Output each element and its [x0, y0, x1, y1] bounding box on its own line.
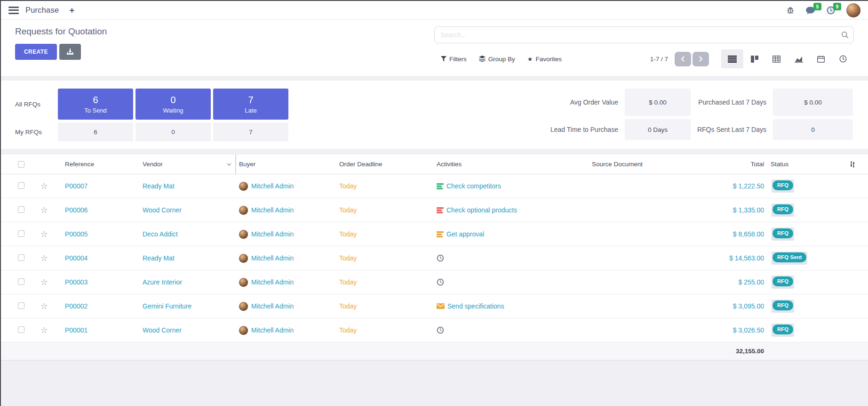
list-view-button[interactable] [721, 49, 743, 68]
debug-bug-icon[interactable] [787, 6, 794, 14]
group-by-button[interactable]: Group By [479, 56, 515, 63]
kanban-view-button[interactable] [743, 49, 765, 68]
tile-late[interactable]: 7 Late [213, 89, 288, 120]
favorite-star-icon[interactable]: ☆ [40, 278, 48, 286]
reference-link[interactable]: P00006 [65, 206, 88, 214]
vendor-link[interactable]: Wood Corner [143, 206, 182, 214]
buyer-link[interactable]: Mitchell Admin [251, 254, 294, 262]
to-send-count: 6 [93, 95, 98, 106]
table-row[interactable]: ☆ P00001 Wood Corner Mitchell Admin Toda… [1, 318, 868, 342]
column-header-total[interactable]: Total [685, 161, 768, 168]
favorites-button[interactable]: ★ Favorites [527, 56, 562, 63]
pivot-view-button[interactable] [765, 49, 788, 68]
add-tab-button[interactable]: + [69, 6, 74, 15]
vendor-link[interactable]: Deco Addict [143, 230, 178, 238]
activity-label[interactable]: Check optional products [446, 206, 517, 214]
my-rfqs-label: My RFQs [15, 129, 56, 136]
filters-button[interactable]: Filters [441, 56, 467, 63]
status-badge: RFQ [772, 276, 793, 286]
reference-link[interactable]: P00007 [65, 182, 88, 190]
table-row[interactable]: ☆ P00002 Gemini Furniture Mitchell Admin… [1, 294, 868, 318]
status-badge: RFQ [772, 300, 793, 310]
status-badge-wrap: RFQ [772, 203, 794, 216]
buyer-link[interactable]: Mitchell Admin [251, 206, 294, 214]
create-button[interactable]: CREATE [15, 44, 57, 60]
favorite-star-icon[interactable]: ☆ [40, 302, 48, 310]
row-checkbox[interactable] [18, 206, 24, 213]
buyer-link[interactable]: Mitchell Admin [251, 302, 294, 310]
optional-columns-button[interactable] [834, 161, 868, 168]
tasks-green-icon[interactable] [437, 183, 444, 189]
favorite-star-icon[interactable]: ☆ [40, 230, 48, 238]
column-header-status[interactable]: Status [768, 161, 834, 168]
favorite-star-icon[interactable]: ☆ [40, 326, 48, 334]
reference-link[interactable]: P00005 [65, 230, 88, 238]
table-row[interactable]: ☆ P00005 Deco Addict Mitchell Admin Toda… [1, 222, 868, 246]
favorite-star-icon[interactable]: ☆ [40, 254, 48, 262]
search-input[interactable] [434, 26, 854, 43]
order-deadline: Today [336, 302, 434, 310]
activity-label[interactable]: Check competitors [446, 182, 501, 190]
column-header-activities[interactable]: Activities [434, 161, 589, 168]
vendor-link[interactable]: Wood Corner [143, 326, 182, 334]
pager-previous-button[interactable] [675, 52, 691, 66]
vendor-link[interactable]: Ready Mat [143, 254, 175, 262]
buyer-link[interactable]: Mitchell Admin [251, 182, 294, 190]
column-header-source-document[interactable]: Source Document [589, 161, 685, 168]
favorite-star-icon[interactable]: ☆ [40, 182, 48, 190]
vendor-link[interactable]: Gemini Furniture [143, 302, 191, 310]
reference-link[interactable]: P00003 [65, 278, 88, 286]
activity-label[interactable]: Send specifications [447, 302, 504, 310]
activity-view-button[interactable] [832, 49, 854, 68]
table-row[interactable]: ☆ P00006 Wood Corner Mitchell Admin Toda… [1, 198, 868, 222]
tile-waiting[interactable]: 0 Waiting [135, 89, 211, 120]
favorite-star-icon[interactable]: ☆ [40, 206, 48, 214]
clock-icon[interactable] [437, 326, 444, 334]
messages-button[interactable]: 5 [805, 6, 815, 15]
table-row[interactable]: ☆ P00004 Ready Mat Mitchell Admin Today … [1, 246, 868, 270]
row-checkbox[interactable] [18, 302, 24, 309]
buyer-link[interactable]: Mitchell Admin [251, 278, 294, 286]
clock-icon[interactable] [437, 254, 444, 262]
reference-link[interactable]: P00002 [65, 302, 88, 310]
tasks-red-icon[interactable] [437, 207, 444, 213]
pager-next-button[interactable] [693, 52, 709, 66]
table-row[interactable]: ☆ P00003 Azure Interior Mitchell Admin T… [1, 270, 868, 294]
search-icon[interactable] [841, 31, 849, 41]
reference-link[interactable]: P00001 [65, 326, 88, 334]
row-checkbox[interactable] [18, 182, 24, 189]
export-button[interactable] [59, 44, 81, 60]
app-title[interactable]: Purchase [25, 6, 59, 15]
activity-label[interactable]: Get approval [446, 230, 484, 238]
column-header-vendor[interactable]: Vendor [140, 154, 236, 174]
table-row[interactable]: ☆ P00007 Ready Mat Mitchell Admin Today … [1, 174, 868, 198]
row-checkbox[interactable] [18, 254, 24, 261]
order-deadline: Today [336, 230, 434, 238]
row-checkbox[interactable] [18, 326, 24, 333]
envelope-icon[interactable] [437, 303, 445, 309]
tasks-yellow-icon[interactable] [437, 231, 444, 237]
top-navbar: Purchase + 5 9 [1, 1, 868, 20]
row-checkbox[interactable] [18, 230, 24, 237]
graph-view-button[interactable] [788, 49, 810, 68]
my-waiting-count[interactable]: 0 [135, 122, 211, 141]
row-checkbox[interactable] [18, 278, 24, 285]
tile-to-send[interactable]: 6 To Send [58, 89, 133, 120]
column-header-order-deadline[interactable]: Order Deadline [336, 161, 434, 168]
reference-link[interactable]: P00004 [65, 254, 88, 262]
activities-button[interactable]: 9 [827, 6, 835, 15]
my-to-send-count[interactable]: 6 [58, 122, 133, 141]
buyer-link[interactable]: Mitchell Admin [251, 230, 294, 238]
vendor-link[interactable]: Azure Interior [143, 278, 182, 286]
user-menu-button[interactable] [846, 3, 860, 17]
vendor-link[interactable]: Ready Mat [143, 182, 175, 190]
apps-menu-icon[interactable] [8, 7, 19, 14]
my-late-count[interactable]: 7 [213, 122, 288, 141]
calendar-view-button[interactable] [810, 49, 832, 68]
column-header-buyer[interactable]: Buyer [236, 161, 336, 168]
select-all-checkbox[interactable] [18, 161, 24, 168]
status-badge: RFQ [772, 228, 793, 238]
column-header-reference[interactable]: Reference [62, 161, 140, 168]
clock-icon[interactable] [437, 278, 444, 286]
buyer-link[interactable]: Mitchell Admin [251, 326, 294, 334]
